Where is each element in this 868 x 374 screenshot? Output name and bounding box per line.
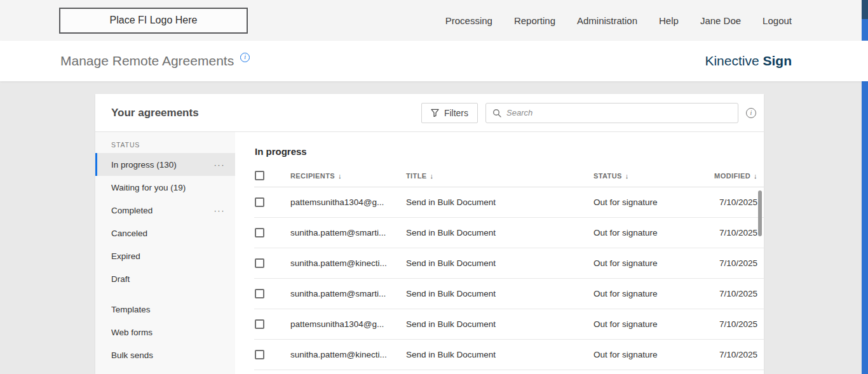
page-title: Manage Remote Agreements: [60, 53, 234, 69]
sidebar-item-completed[interactable]: Completed ···: [95, 199, 235, 222]
nav-reporting[interactable]: Reporting: [514, 15, 555, 26]
table-header-row: RECIPIENTS ↓ TITLE ↓ STATUS ↓ MODIFIED ↓: [254, 164, 764, 187]
window-scrollbar-track-top: [862, 0, 868, 19]
row-checkbox[interactable]: [255, 258, 264, 268]
row-checkbox[interactable]: [255, 197, 264, 207]
cell-status: Out for signature: [593, 197, 712, 207]
brand-primary: Kinective: [705, 53, 759, 68]
overflow-menu-icon[interactable]: ···: [214, 160, 226, 170]
agreements-panel-header: Your agreements Filters i: [95, 94, 764, 132]
panel-info-icon[interactable]: i: [746, 108, 756, 118]
cell-recipient: sunitha.pattem@smarti...: [290, 228, 406, 237]
sidebar-item-label: Waiting for you (19): [111, 183, 186, 192]
cell-recipient: sunitha.pattem@smarti...: [290, 289, 406, 298]
sidebar-item-label: In progress (130): [111, 160, 177, 170]
search-box: [485, 103, 738, 123]
cell-modified: 7/10/2025: [712, 289, 764, 298]
agreements-panel: Your agreements Filters i STATUS: [95, 94, 764, 374]
table-row[interactable]: sunitha.pattem@smarti... Send in Bulk Do…: [254, 218, 764, 248]
sidebar-item-expired[interactable]: Expired: [95, 244, 235, 267]
sidebar-item-label: Web forms: [111, 328, 153, 337]
sidebar-item-label: Canceled: [111, 229, 147, 238]
overflow-menu-icon[interactable]: ···: [214, 206, 226, 215]
cell-title: Send in Bulk Document: [406, 197, 593, 207]
cell-title: Send in Bulk Document: [406, 228, 593, 237]
cell-modified: 7/10/2025: [712, 197, 764, 207]
sidebar-item-canceled[interactable]: Canceled: [95, 222, 235, 244]
sidebar-item-templates[interactable]: Templates: [95, 298, 235, 321]
filter-funnel-icon: [431, 109, 439, 117]
table-row[interactable]: pattemsunitha1304@g... Send in Bulk Docu…: [254, 187, 764, 218]
cell-status: Out for signature: [593, 258, 712, 268]
sidebar-item-label: Expired: [111, 251, 140, 261]
panel-title: Your agreements: [111, 107, 199, 119]
cell-status: Out for signature: [593, 319, 712, 329]
brand-bold: Sign: [763, 53, 792, 68]
cell-title: Send in Bulk Document: [406, 350, 593, 359]
nav-help[interactable]: Help: [659, 15, 679, 26]
column-header-modified[interactable]: MODIFIED ↓: [712, 172, 764, 180]
cell-title: Send in Bulk Document: [406, 258, 593, 268]
cell-modified: 7/10/2025: [712, 228, 764, 237]
top-navigation: Processing Reporting Administration Help…: [445, 15, 792, 26]
cell-title: Send in Bulk Document: [406, 289, 593, 298]
cell-title: Send in Bulk Document: [406, 319, 593, 329]
nav-administration[interactable]: Administration: [577, 15, 637, 26]
row-checkbox[interactable]: [255, 289, 264, 298]
sort-arrow-icon: ↓: [754, 172, 757, 180]
sidebar-item-bulk-sends[interactable]: Bulk sends: [95, 344, 235, 366]
table-row[interactable]: sunitha.pattem@kinecti... Send in Bulk D…: [254, 340, 764, 370]
sidebar-section-label: STATUS: [95, 141, 235, 149]
sidebar-item-label: Templates: [111, 305, 151, 314]
top-bar: Place FI Logo Here Processing Reporting …: [0, 0, 868, 41]
column-header-title[interactable]: TITLE ↓: [406, 172, 593, 180]
cell-recipient: pattemsunitha1304@g...: [290, 197, 406, 207]
sidebar-item-label: Draft: [111, 274, 130, 284]
cell-modified: 7/10/2025: [712, 319, 764, 329]
agreements-main: In progress RECIPIENTS ↓ TITLE ↓ STATUS …: [235, 132, 764, 374]
select-all-checkbox[interactable]: [255, 171, 264, 180]
cell-recipient: pattemsunitha1304@g...: [290, 319, 406, 329]
brand-logo: Kinective Sign: [705, 53, 792, 69]
sort-arrow-icon: ↓: [625, 172, 629, 180]
table-row[interactable]: pattemsunitha1304@g... Send in Bulk Docu…: [254, 309, 764, 340]
sidebar-item-label: Bulk sends: [111, 351, 153, 360]
sidebar-item-draft[interactable]: Draft: [95, 267, 235, 290]
cell-recipient: sunitha.pattem@kinecti...: [290, 350, 406, 359]
column-header-recipients[interactable]: RECIPIENTS ↓: [290, 172, 406, 180]
fi-logo-text: Place FI Logo Here: [110, 15, 198, 26]
sidebar-item-label: Completed: [111, 206, 153, 215]
row-checkbox[interactable]: [255, 319, 264, 329]
search-icon: [492, 109, 501, 117]
filters-button[interactable]: Filters: [421, 103, 478, 123]
cell-status: Out for signature: [593, 228, 712, 237]
status-sidebar: STATUS In progress (130) ··· Waiting for…: [95, 132, 235, 374]
sidebar-item-web-forms[interactable]: Web forms: [95, 321, 235, 344]
table-scrollbar-thumb[interactable]: [758, 190, 762, 236]
nav-logout[interactable]: Logout: [763, 15, 792, 26]
sort-arrow-icon: ↓: [338, 172, 342, 180]
cell-modified: 7/10/2025: [712, 350, 764, 359]
table-section-title: In progress: [255, 146, 764, 157]
page-header-bar: Manage Remote Agreements i Kinective Sig…: [0, 41, 868, 81]
agreements-panel-body: STATUS In progress (130) ··· Waiting for…: [95, 132, 764, 374]
fi-logo-placeholder[interactable]: Place FI Logo Here: [59, 8, 248, 34]
sidebar-item-waiting-for-you[interactable]: Waiting for you (19): [95, 176, 235, 199]
row-checkbox[interactable]: [255, 350, 264, 359]
nav-processing[interactable]: Processing: [445, 15, 492, 26]
filters-button-label: Filters: [444, 108, 468, 118]
table-row[interactable]: sunitha.pattem@kinecti... Send in Bulk D…: [254, 248, 764, 279]
column-header-status[interactable]: STATUS ↓: [593, 172, 712, 180]
sort-arrow-icon: ↓: [430, 172, 434, 180]
row-checkbox[interactable]: [255, 228, 264, 237]
nav-user-jane-doe[interactable]: Jane Doe: [700, 15, 741, 26]
table-row[interactable]: sunitha.pattem@smarti... Send in Bulk Do…: [254, 279, 764, 309]
sidebar-item-in-progress[interactable]: In progress (130) ···: [95, 153, 235, 176]
cell-status: Out for signature: [593, 350, 712, 359]
cell-modified: 7/10/2025: [712, 258, 764, 268]
page-title-info-icon[interactable]: i: [240, 53, 250, 62]
sidebar-divider-gap: [95, 290, 235, 298]
cell-status: Out for signature: [593, 289, 712, 298]
search-input[interactable]: [506, 108, 731, 117]
cell-recipient: sunitha.pattem@kinecti...: [290, 258, 406, 268]
